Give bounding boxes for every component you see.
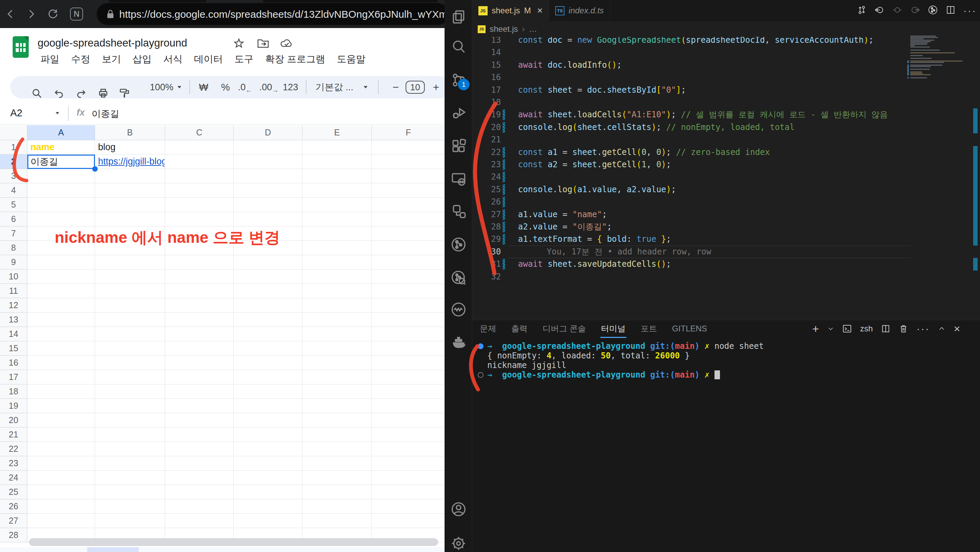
cell-C10[interactable] xyxy=(165,270,234,284)
row-header-14[interactable]: 14 xyxy=(0,327,27,341)
cell-A4[interactable] xyxy=(27,183,95,198)
shell-name[interactable]: zsh xyxy=(860,324,873,333)
cell-C3[interactable] xyxy=(165,169,234,183)
cell-C27[interactable] xyxy=(165,514,234,528)
breadcrumb-file[interactable]: sheet.js xyxy=(490,24,518,34)
cell-C15[interactable] xyxy=(165,341,234,356)
cell-A2[interactable]: 이종길 xyxy=(27,155,95,169)
cell-D19[interactable] xyxy=(234,399,302,413)
code-line-21[interactable]: 21 xyxy=(472,133,911,146)
cell-C12[interactable] xyxy=(165,298,234,313)
code-editor[interactable]: 13const doc = new GoogleSpreadsheet(spre… xyxy=(472,37,911,320)
cell-A27[interactable] xyxy=(27,514,95,528)
document-title[interactable]: google-spreadsheet-playground xyxy=(38,37,187,49)
cell-E10[interactable] xyxy=(302,270,372,284)
cell-F3[interactable] xyxy=(372,169,445,183)
cell-F13[interactable] xyxy=(372,313,445,327)
cell-B4[interactable] xyxy=(95,183,165,198)
breadcrumb[interactable]: JS sheet.js › … xyxy=(472,21,980,37)
cell-D11[interactable] xyxy=(234,284,302,298)
cell-A15[interactable] xyxy=(27,341,95,356)
cell-B12[interactable] xyxy=(95,298,165,313)
tab-index.d.ts[interactable]: TSindex.d.ts xyxy=(549,0,610,21)
gitlens-search-icon[interactable] xyxy=(450,270,467,286)
cell-D14[interactable] xyxy=(234,327,302,341)
cell-B24[interactable] xyxy=(95,471,165,485)
row-header-20[interactable]: 20 xyxy=(0,413,27,428)
print-icon[interactable] xyxy=(98,82,109,105)
cell-D23[interactable] xyxy=(234,456,302,471)
cell-C22[interactable] xyxy=(165,442,234,456)
cell-D16[interactable] xyxy=(234,356,302,370)
cell-B23[interactable] xyxy=(95,456,165,471)
cell-C6[interactable] xyxy=(165,212,234,227)
name-box-caret-icon[interactable] xyxy=(55,112,60,115)
cell-F4[interactable] xyxy=(372,183,445,198)
terminal[interactable]: → google-spreadsheet-playground git:(mai… xyxy=(477,341,764,380)
code-line-14[interactable]: 14 xyxy=(472,46,911,59)
cell-D9[interactable] xyxy=(234,255,302,270)
cell-A13[interactable] xyxy=(27,313,95,327)
cell-C9[interactable] xyxy=(165,255,234,270)
cell-D22[interactable] xyxy=(234,442,302,456)
cell-E16[interactable] xyxy=(302,356,372,370)
cell-D5[interactable] xyxy=(234,198,302,212)
cell-B15[interactable] xyxy=(95,341,165,356)
cell-A1[interactable]: name xyxy=(27,140,95,155)
cell-A25[interactable] xyxy=(27,485,95,499)
cell-D26[interactable] xyxy=(234,499,302,514)
cell-D12[interactable] xyxy=(234,298,302,313)
cell-D21[interactable] xyxy=(234,428,302,442)
cell-E15[interactable] xyxy=(302,341,372,356)
cell-C23[interactable] xyxy=(165,456,234,471)
cell-A16[interactable] xyxy=(27,356,95,370)
row-header-24[interactable]: 24 xyxy=(0,471,27,485)
paint-format-icon[interactable] xyxy=(119,82,130,105)
menu-item-수정[interactable]: 수정 xyxy=(71,53,90,65)
cell-F14[interactable] xyxy=(372,327,445,341)
undo-icon[interactable] xyxy=(53,82,64,105)
cell-E22[interactable] xyxy=(302,442,372,456)
cell-F2[interactable] xyxy=(372,155,445,169)
cell-C1[interactable] xyxy=(165,140,234,155)
row-header-19[interactable]: 19 xyxy=(0,399,27,413)
cell-D20[interactable] xyxy=(234,413,302,428)
row-header-4[interactable]: 4 xyxy=(0,183,27,198)
docker-icon[interactable] xyxy=(450,334,467,350)
panel-tab-GITLENS[interactable]: GITLENS xyxy=(672,324,707,333)
cell-E8[interactable] xyxy=(302,241,372,255)
cell-C21[interactable] xyxy=(165,428,234,442)
row-header-22[interactable]: 22 xyxy=(0,442,27,456)
cell-B14[interactable] xyxy=(95,327,165,341)
cell-B17[interactable] xyxy=(95,370,165,384)
terminal-dropdown-icon[interactable] xyxy=(827,325,834,332)
cell-D3[interactable] xyxy=(234,169,302,183)
cell-E2[interactable] xyxy=(302,155,372,169)
cell-B5[interactable] xyxy=(95,198,165,212)
cell-A19[interactable] xyxy=(27,399,95,413)
cell-C4[interactable] xyxy=(165,183,234,198)
cell-E26[interactable] xyxy=(302,499,372,514)
cell-B26[interactable] xyxy=(95,499,165,514)
column-header-B[interactable]: B xyxy=(95,125,165,140)
cell-F8[interactable] xyxy=(372,241,445,255)
cell-E1[interactable] xyxy=(302,140,372,155)
cell-B22[interactable] xyxy=(95,442,165,456)
cell-E4[interactable] xyxy=(302,183,372,198)
code-line-24[interactable]: 24 xyxy=(472,171,911,183)
gitlens-icon[interactable] xyxy=(450,236,467,253)
cell-B27[interactable] xyxy=(95,514,165,528)
command-decoration-filled[interactable] xyxy=(478,343,484,349)
maximize-panel-icon[interactable] xyxy=(938,325,945,332)
row-header-25[interactable]: 25 xyxy=(0,485,27,499)
cell-E14[interactable] xyxy=(302,327,372,341)
split-editor-icon[interactable] xyxy=(945,5,956,16)
cell-F10[interactable] xyxy=(372,270,445,284)
cell-A3[interactable] xyxy=(27,169,95,183)
column-header-D[interactable]: D xyxy=(234,125,302,140)
cell-C20[interactable] xyxy=(165,413,234,428)
row-header-28[interactable]: 28 xyxy=(0,528,27,542)
cell-E18[interactable] xyxy=(302,384,372,399)
row-header-18[interactable]: 18 xyxy=(0,384,27,399)
url-bar[interactable]: https://docs.google.com/spreadsheets/d/1… xyxy=(97,3,449,25)
